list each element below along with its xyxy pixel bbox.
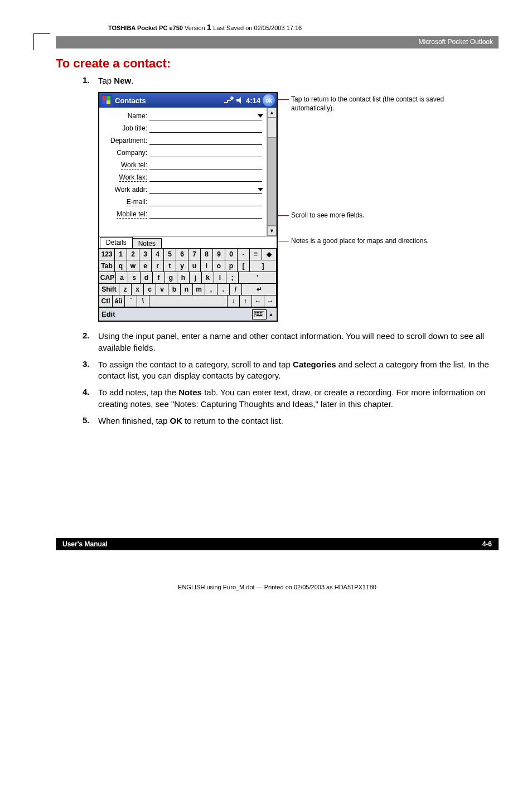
key-8[interactable]: 8 <box>201 249 213 260</box>
key-a[interactable]: a <box>116 272 128 284</box>
key-=[interactable]: = <box>250 249 262 260</box>
key-Shift[interactable]: Shift <box>99 284 119 295</box>
soft-keyboard[interactable]: 1231234567890-=◆Tabqwertyuiop[]CAPasdfgh… <box>99 248 277 307</box>
tab-bar: Details Notes <box>99 236 277 248</box>
key-3[interactable]: 3 <box>139 249 152 260</box>
field-email-label[interactable]: E-mail: <box>127 198 147 206</box>
tab-notes[interactable]: Notes <box>132 238 162 248</box>
key-2[interactable]: 2 <box>127 249 139 260</box>
connectivity-icon[interactable] <box>224 96 234 104</box>
bottom-command-bar: Edit ▲ <box>99 307 277 321</box>
ok-button[interactable]: ok <box>263 94 275 106</box>
key-p[interactable]: p <box>225 260 238 272</box>
key-/[interactable]: / <box>230 284 242 295</box>
key-↓[interactable]: ↓ <box>228 295 240 307</box>
key-s[interactable]: s <box>128 272 141 284</box>
keyboard-toggle-icon[interactable] <box>252 309 267 319</box>
scroll-down-button[interactable]: ▼ <box>267 226 277 236</box>
key-w[interactable]: w <box>127 260 139 272</box>
key-→[interactable]: → <box>264 295 277 307</box>
key-◆[interactable]: ◆ <box>262 249 277 260</box>
scroll-up-button[interactable]: ▲ <box>267 108 277 118</box>
key-0[interactable]: 0 <box>225 249 238 260</box>
key-j[interactable]: j <box>190 272 202 284</box>
running-header: TOSHIBA Pocket PC e750 Version 1 Last Sa… <box>56 22 499 32</box>
field-workaddr-input[interactable] <box>149 186 262 194</box>
key-123[interactable]: 123 <box>99 249 115 260</box>
key-space[interactable] <box>149 295 228 307</box>
key-r[interactable]: r <box>152 260 164 272</box>
title-bar: Contacts 4:14 ok <box>99 93 277 108</box>
dropdown-icon[interactable] <box>258 188 263 191</box>
key-,[interactable]: , <box>205 284 217 295</box>
crop-mark <box>33 33 50 50</box>
field-jobtitle-input[interactable] <box>149 124 262 133</box>
key-7[interactable]: 7 <box>188 249 201 260</box>
key-e[interactable]: e <box>139 260 152 272</box>
field-workfax-input[interactable] <box>149 173 262 182</box>
edit-menu[interactable]: Edit <box>101 310 115 318</box>
scroll-thumb[interactable] <box>267 118 277 138</box>
field-name-input[interactable] <box>149 112 262 120</box>
key-CAP[interactable]: CAP <box>99 272 116 284</box>
field-workaddr-row: Work addr: <box>101 183 264 196</box>
key-v[interactable]: v <box>156 284 168 295</box>
tab-details[interactable]: Details <box>100 237 133 248</box>
step-4-num: 4. <box>83 387 98 410</box>
key-l[interactable]: l <box>214 272 226 284</box>
key-o[interactable]: o <box>213 260 225 272</box>
key-d[interactable]: d <box>141 272 153 284</box>
field-mobiletel-input[interactable] <box>149 210 262 219</box>
key-Tab[interactable]: Tab <box>99 260 115 272</box>
key-b[interactable]: b <box>168 284 181 295</box>
key-áü[interactable]: áü <box>113 295 125 307</box>
key-m[interactable]: m <box>193 284 205 295</box>
key-y[interactable]: y <box>176 260 188 272</box>
title-bar-clock[interactable]: 4:14 <box>246 96 260 105</box>
key-Ctl[interactable]: Ctl <box>99 295 113 307</box>
key-k[interactable]: k <box>202 272 214 284</box>
field-worktel-input[interactable] <box>149 161 262 169</box>
key-[[interactable]: [ <box>238 260 250 272</box>
volume-icon[interactable] <box>236 96 244 104</box>
key-.[interactable]: . <box>217 284 230 295</box>
key-←[interactable]: ← <box>252 295 264 307</box>
key--[interactable]: - <box>238 249 250 260</box>
key-;[interactable]: ; <box>226 272 239 284</box>
key-n[interactable]: n <box>181 284 193 295</box>
key-t[interactable]: t <box>164 260 176 272</box>
key-c[interactable]: c <box>144 284 156 295</box>
key-f[interactable]: f <box>153 272 165 284</box>
field-email-input[interactable] <box>149 198 262 206</box>
sip-up-button[interactable]: ▲ <box>268 309 274 319</box>
key-4[interactable]: 4 <box>152 249 164 260</box>
key-z[interactable]: z <box>119 284 132 295</box>
key-1[interactable]: 1 <box>115 249 127 260</box>
key-h[interactable]: h <box>177 272 190 284</box>
form-scrollbar[interactable]: ▲ ▼ <box>267 108 277 236</box>
key-5[interactable]: 5 <box>164 249 176 260</box>
field-worktel-label[interactable]: Work tel: <box>121 161 147 169</box>
field-mobiletel-label[interactable]: Mobile tel: <box>117 210 147 219</box>
key-x[interactable]: x <box>132 284 144 295</box>
key-u[interactable]: u <box>188 260 201 272</box>
step-3-num: 3. <box>83 359 98 382</box>
key-`[interactable]: ` <box>125 295 137 307</box>
key-q[interactable]: q <box>115 260 127 272</box>
key-↵[interactable]: ↵ <box>242 284 277 295</box>
field-workfax-label[interactable]: Work fax: <box>119 173 147 182</box>
field-department-input[interactable] <box>149 137 262 145</box>
field-company-input[interactable] <box>149 149 262 157</box>
key-][interactable]: ] <box>250 260 277 272</box>
title-bar-app-name[interactable]: Contacts <box>115 96 146 105</box>
key-6[interactable]: 6 <box>176 249 188 260</box>
key-↑[interactable]: ↑ <box>240 295 252 307</box>
step-5: 5. When finished, tap OK to return to th… <box>83 415 499 427</box>
key-i[interactable]: i <box>201 260 213 272</box>
key-'[interactable]: ' <box>239 272 277 284</box>
key-\[interactable]: \ <box>137 295 149 307</box>
key-9[interactable]: 9 <box>213 249 225 260</box>
start-icon[interactable] <box>100 94 113 106</box>
key-g[interactable]: g <box>165 272 177 284</box>
dropdown-icon[interactable] <box>258 114 263 118</box>
